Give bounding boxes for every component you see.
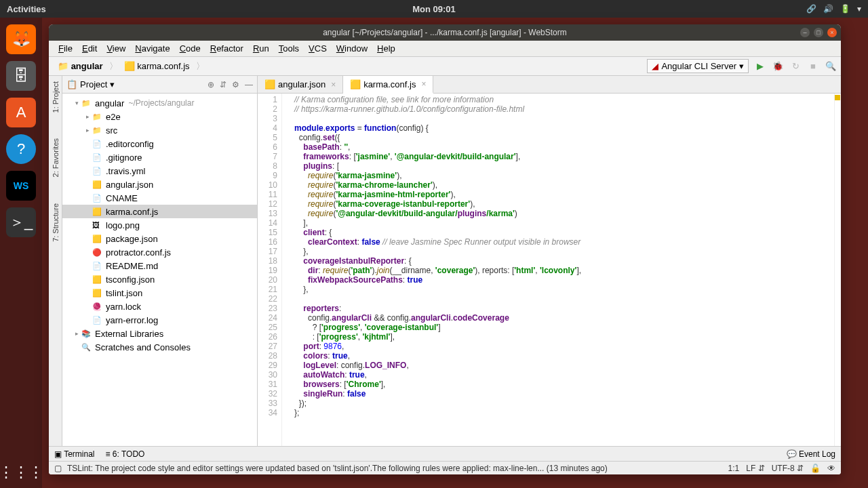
launcher-files[interactable]: 🗄 [6,61,36,91]
project-tree[interactable]: ▾📁angular~/Projects/angular▸📁e2e▸📁src📄.e… [62,94,257,446]
breadcrumb: 📁 angular 〉 🟨 karma.conf.js 〉 [53,59,205,73]
code-editor[interactable]: 1234567891011121314151617181920212223242… [258,94,841,446]
editor-tab[interactable]: 🟨karma.conf.js× [343,76,433,94]
maximize-button[interactable]: □ [814,28,823,37]
line-ending[interactable]: LF ⇵ [746,464,764,473]
chevron-down-icon[interactable]: ▾ [110,79,115,89]
tree-item[interactable]: ▸📁src [62,123,257,137]
minimize-button[interactable]: – [800,28,810,37]
tree-item[interactable]: 🔴protractor.conf.js [62,245,257,259]
launcher-terminal[interactable]: ＞_ [6,207,36,237]
ubuntu-launcher: 🦊 🗄 A ? WS ＞_ ⋮⋮⋮ [0,18,42,488]
launcher-firefox[interactable]: 🦊 [6,24,36,54]
warning-marker[interactable] [835,95,840,100]
tree-item[interactable]: 📄.editorconfig [62,137,257,150]
hide-icon[interactable]: — [245,80,253,89]
arrow-icon[interactable]: ▸ [83,127,92,134]
tree-item[interactable]: 🖼logo.png [62,218,257,232]
search-button[interactable]: 🔍 [825,60,837,73]
tool-tab[interactable]: 7: Structure [52,201,60,245]
launcher-webstorm[interactable]: WS [6,171,36,201]
file-icon: 🟨 [350,79,361,89]
editor-tab[interactable]: 🟨angular.json× [258,76,343,93]
project-icon: 📋 [66,79,77,89]
todo-tool-button[interactable]: ≡ 6: TODO [105,449,144,459]
caret-position[interactable]: 1:1 [728,464,740,473]
tree-item[interactable]: 🟨angular.json [62,178,257,191]
activities-button[interactable]: Activities [7,4,46,14]
menu-vcs[interactable]: VCS [304,42,331,55]
breadcrumb-label: karma.conf.js [137,61,189,71]
file-icon: 📄 [92,262,103,270]
tree-item[interactable]: ▸📚External Libraries [62,327,257,340]
terminal-tool-button[interactable]: ▣ Terminal [54,449,94,459]
arrow-icon[interactable]: ▸ [83,113,92,120]
project-panel-title[interactable]: Project [80,79,107,89]
line-gutter[interactable]: 1234567891011121314151617181920212223242… [258,94,282,446]
collapse-icon[interactable]: ⇵ [220,80,226,89]
close-tab-icon[interactable]: × [331,80,336,89]
tree-item[interactable]: 📄CNAME [62,191,257,205]
clock[interactable]: Mon 09:01 [412,4,456,14]
debug-button[interactable]: 🐞 [772,60,784,73]
tree-item[interactable]: 🔍Scratches and Consoles [62,340,257,354]
coverage-button[interactable]: ↻ [789,60,802,73]
menu-help[interactable]: Help [373,42,399,55]
readonly-icon[interactable]: 🔓 [810,464,821,473]
status-toggle-icon[interactable]: ▢ [54,464,62,473]
tree-label: .editorconfig [106,139,154,149]
menu-view[interactable]: View [102,42,130,55]
breadcrumb-root[interactable]: 📁 angular [53,59,108,73]
close-button[interactable]: × [827,28,837,37]
net-icon[interactable]: 🔗 [806,4,816,14]
tool-tab[interactable]: 1: Project [52,79,60,115]
code-content[interactable]: // Karma configuration file, see link fo… [290,94,834,446]
title-bar[interactable]: angular [~/Projects/angular] - .../karma… [49,24,841,41]
close-tab-icon[interactable]: × [421,79,426,89]
tree-item[interactable]: 🧶yarn.lock [62,300,257,313]
file-icon: 📁 [81,99,92,108]
menu-file[interactable]: File [54,42,77,55]
run-config-dropdown[interactable]: ◢ Angular CLI Server ▾ [647,59,749,73]
file-icon: 📄 [92,153,103,162]
launcher-help[interactable]: ? [6,134,36,164]
tree-item[interactable]: 📄.travis.yml [62,164,257,178]
battery-icon[interactable]: 🔋 [840,4,850,14]
tree-item[interactable]: 🟨tslint.json [62,286,257,300]
encoding[interactable]: UTF-8 ⇵ [772,464,804,473]
toolbar: 📁 angular 〉 🟨 karma.conf.js 〉 ◢ Angular … [49,57,841,76]
stop-button[interactable]: ■ [807,60,819,73]
gear-icon[interactable]: ⚙ [232,80,239,89]
tree-item[interactable]: 📄README.md [62,259,257,272]
tree-item[interactable]: ▾📁angular~/Projects/angular [62,96,257,110]
run-button[interactable]: ▶ [754,60,766,73]
launcher-apps[interactable]: ⋮⋮⋮ [0,464,43,481]
menu-window[interactable]: Window [332,42,372,55]
inspection-icon[interactable]: 👁 [827,464,835,473]
menu-code[interactable]: Code [176,42,205,55]
system-tray[interactable]: 🔗 🔊 🔋 ▾ [806,4,861,14]
menu-refactor[interactable]: Refactor [206,42,248,55]
volume-icon[interactable]: 🔊 [823,4,833,14]
target-icon[interactable]: ⊕ [208,80,214,89]
menu-navigate[interactable]: Navigate [131,42,174,55]
breadcrumb-file[interactable]: 🟨 karma.conf.js [119,59,195,73]
menu-tools[interactable]: Tools [275,42,303,55]
event-log-button[interactable]: 💬 Event Log [787,449,835,459]
caret-icon[interactable]: ▾ [857,4,861,14]
tree-item[interactable]: 🟨tsconfig.json [62,272,257,286]
arrow-icon[interactable]: ▾ [72,100,81,106]
menu-edit[interactable]: Edit [78,42,101,55]
tree-item[interactable]: ▸📁e2e [62,110,257,123]
menu-run[interactable]: Run [249,42,273,55]
fold-gutter[interactable] [282,94,290,446]
launcher-software[interactable]: A [6,98,36,127]
tree-item[interactable]: 🟨package.json [62,232,257,245]
tree-item[interactable]: 🟨karma.conf.js [62,205,257,218]
arrow-icon[interactable]: ▸ [72,330,81,337]
tree-label: tsconfig.json [106,274,155,285]
tree-item[interactable]: 📄.gitignore [62,150,257,164]
error-stripe[interactable] [834,94,841,446]
tree-item[interactable]: 📄yarn-error.log [62,313,257,327]
tool-tab[interactable]: 2: Favorites [52,136,60,180]
